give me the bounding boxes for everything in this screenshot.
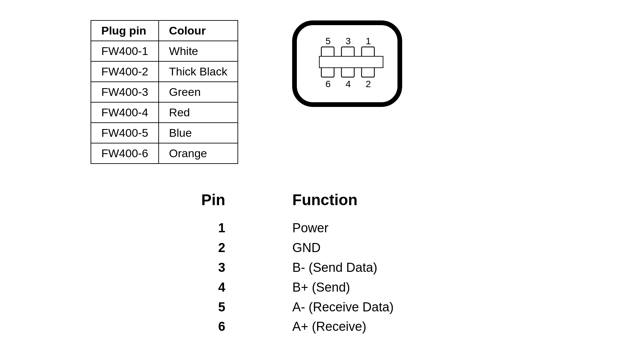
- function-label: Power: [292, 218, 394, 238]
- table-cell-colour: Blue: [159, 123, 238, 143]
- svg-text:2: 2: [366, 79, 371, 89]
- svg-rect-5: [341, 47, 354, 57]
- table-cell-colour: Green: [159, 82, 238, 102]
- pin-function-section: Pin 123456 Function PowerGNDB- (Send Dat…: [0, 191, 644, 337]
- svg-rect-7: [321, 67, 334, 77]
- pin-number: 6: [218, 317, 225, 337]
- pin-colour-table: Plug pin Colour FW400-1WhiteFW400-2Thick…: [91, 20, 238, 164]
- pin-number: 5: [218, 297, 225, 317]
- pin-number: 1: [218, 218, 225, 238]
- function-column-header: Function: [292, 191, 358, 209]
- svg-text:1: 1: [366, 36, 371, 46]
- svg-rect-9: [362, 67, 374, 77]
- pin-number: 3: [218, 258, 225, 278]
- svg-text:5: 5: [325, 36, 331, 46]
- function-column: Function PowerGNDB- (Send Data)B+ (Send)…: [292, 191, 394, 337]
- table-header-colour: Colour: [159, 20, 238, 41]
- table-cell-colour: White: [159, 41, 238, 61]
- connector-diagram: 5 3 1 6 4 2: [292, 20, 402, 109]
- table-cell-pin: FW400-4: [91, 102, 159, 123]
- table-cell-colour: Red: [159, 102, 238, 123]
- table-row: FW400-2Thick Black: [91, 61, 238, 82]
- function-label: B- (Send Data): [292, 258, 394, 278]
- table-cell-pin: FW400-6: [91, 143, 159, 164]
- table-cell-pin: FW400-2: [91, 61, 159, 82]
- function-label: A+ (Receive): [292, 317, 394, 337]
- table-cell-pin: FW400-1: [91, 41, 159, 61]
- table-row: FW400-3Green: [91, 82, 238, 102]
- pin-number: 4: [218, 278, 225, 297]
- table-header-pin: Plug pin: [91, 20, 159, 41]
- svg-text:3: 3: [345, 36, 351, 46]
- table-row: FW400-5Blue: [91, 123, 238, 143]
- table-cell-colour: Orange: [159, 143, 238, 164]
- table-cell-pin: FW400-3: [91, 82, 159, 102]
- function-label: A- (Receive Data): [292, 297, 394, 317]
- table-row: FW400-6Orange: [91, 143, 238, 164]
- table-row: FW400-4Red: [91, 102, 238, 123]
- table-cell-pin: FW400-5: [91, 123, 159, 143]
- pin-column: Pin 123456: [201, 191, 225, 337]
- svg-text:6: 6: [325, 79, 331, 89]
- svg-text:4: 4: [345, 79, 351, 89]
- table-row: FW400-1White: [91, 41, 238, 61]
- svg-rect-10: [319, 56, 383, 68]
- svg-rect-4: [321, 47, 334, 57]
- function-label: GND: [292, 238, 394, 258]
- pin-number: 2: [218, 238, 225, 258]
- table-cell-colour: Thick Black: [159, 61, 238, 82]
- pin-column-header: Pin: [201, 191, 225, 209]
- function-label: B+ (Send): [292, 278, 394, 297]
- svg-rect-8: [341, 67, 354, 77]
- svg-rect-6: [362, 47, 374, 57]
